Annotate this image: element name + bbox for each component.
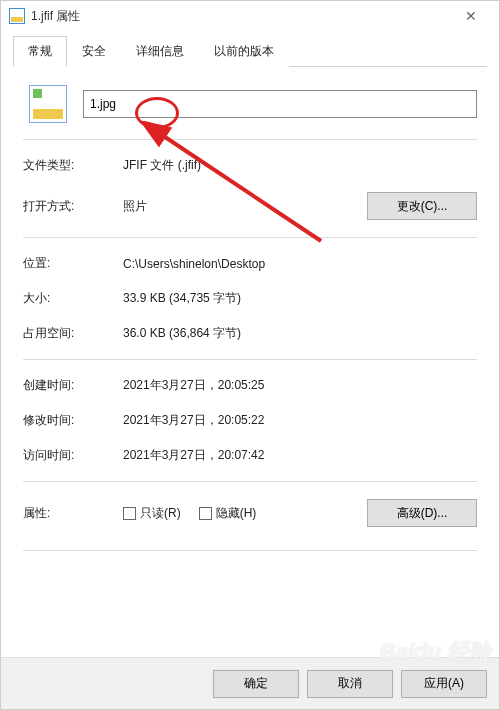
readonly-checkbox[interactable]: 只读(R) [123, 505, 181, 522]
readonly-label: 只读(R) [140, 505, 181, 522]
opens-with-app: 照片 [123, 198, 147, 215]
row-created: 创建时间: 2021年3月27日，20:05:25 [23, 368, 477, 403]
value-opens-with: 照片 [123, 198, 367, 215]
filename-row [23, 85, 477, 123]
value-created: 2021年3月27日，20:05:25 [123, 377, 477, 394]
filename-input[interactable] [83, 90, 477, 118]
label-accessed: 访问时间: [23, 447, 123, 464]
change-button[interactable]: 更改(C)... [367, 192, 477, 220]
hidden-checkbox[interactable]: 隐藏(H) [199, 505, 257, 522]
tab-previous-versions[interactable]: 以前的版本 [199, 36, 289, 67]
label-modified: 修改时间: [23, 412, 123, 429]
row-opens-with: 打开方式: 照片 更改(C)... [23, 183, 477, 229]
divider [23, 139, 477, 140]
divider [23, 550, 477, 551]
filetype-icon [29, 85, 67, 123]
tab-details[interactable]: 详细信息 [121, 36, 199, 67]
value-location: C:\Users\shinelon\Desktop [123, 257, 477, 271]
divider [23, 237, 477, 238]
advanced-button[interactable]: 高级(D)... [367, 499, 477, 527]
divider [23, 359, 477, 360]
attributes-group: 只读(R) 隐藏(H) [123, 505, 367, 522]
cancel-button[interactable]: 取消 [307, 670, 393, 698]
label-location: 位置: [23, 255, 123, 272]
hidden-label: 隐藏(H) [216, 505, 257, 522]
label-size-on-disk: 占用空间: [23, 325, 123, 342]
title-bar: 1.jfif 属性 ✕ [1, 1, 499, 31]
row-attributes: 属性: 只读(R) 隐藏(H) 高级(D)... [23, 490, 477, 536]
row-modified: 修改时间: 2021年3月27日，20:05:22 [23, 403, 477, 438]
row-location: 位置: C:\Users\shinelon\Desktop [23, 246, 477, 281]
label-size: 大小: [23, 290, 123, 307]
checkbox-box-icon [123, 507, 136, 520]
file-icon [9, 8, 25, 24]
row-accessed: 访问时间: 2021年3月27日，20:07:42 [23, 438, 477, 473]
label-opens-with: 打开方式: [23, 198, 123, 215]
value-filetype: JFIF 文件 (.jfif) [123, 157, 477, 174]
dialog-footer: 确定 取消 应用(A) [1, 657, 499, 709]
label-created: 创建时间: [23, 377, 123, 394]
tab-general[interactable]: 常规 [13, 36, 67, 67]
content-area: 常规 安全 详细信息 以前的版本 文件类型: JFIF 文件 (.jfif) 打… [1, 31, 499, 657]
label-attributes: 属性: [23, 505, 123, 522]
properties-dialog: 1.jfif 属性 ✕ 常规 安全 详细信息 以前的版本 文件类型: JFIF … [0, 0, 500, 710]
apply-button[interactable]: 应用(A) [401, 670, 487, 698]
row-filetype: 文件类型: JFIF 文件 (.jfif) [23, 148, 477, 183]
value-modified: 2021年3月27日，20:05:22 [123, 412, 477, 429]
divider [23, 481, 477, 482]
checkbox-box-icon [199, 507, 212, 520]
value-accessed: 2021年3月27日，20:07:42 [123, 447, 477, 464]
general-panel: 文件类型: JFIF 文件 (.jfif) 打开方式: 照片 更改(C)... … [13, 67, 487, 565]
value-size: 33.9 KB (34,735 字节) [123, 290, 477, 307]
row-size-on-disk: 占用空间: 36.0 KB (36,864 字节) [23, 316, 477, 351]
ok-button[interactable]: 确定 [213, 670, 299, 698]
tab-security[interactable]: 安全 [67, 36, 121, 67]
label-filetype: 文件类型: [23, 157, 123, 174]
tab-strip: 常规 安全 详细信息 以前的版本 [13, 35, 487, 67]
row-size: 大小: 33.9 KB (34,735 字节) [23, 281, 477, 316]
window-title: 1.jfif 属性 [31, 8, 451, 25]
value-size-on-disk: 36.0 KB (36,864 字节) [123, 325, 477, 342]
close-button[interactable]: ✕ [451, 2, 491, 30]
